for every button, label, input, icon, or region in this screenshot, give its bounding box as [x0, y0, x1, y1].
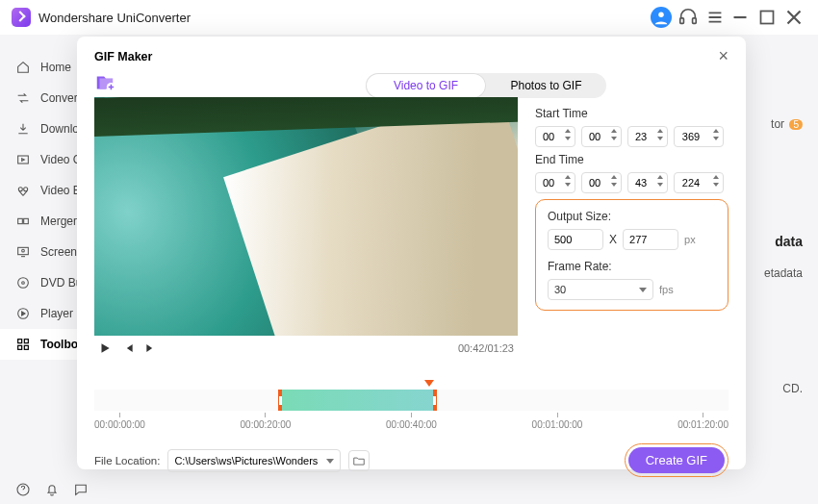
- output-size-label: Output Size:: [548, 210, 716, 223]
- svg-rect-3: [761, 12, 774, 24]
- bell-icon[interactable]: [44, 482, 60, 497]
- start-ms[interactable]: [674, 126, 724, 147]
- nav-dvd[interactable]: DVD Burner: [0, 267, 77, 298]
- tick-label: 00:00:20:00: [241, 413, 292, 430]
- nav-downloader[interactable]: Downloader: [0, 113, 77, 144]
- start-time-label: Start Time: [535, 107, 729, 120]
- svg-point-12: [22, 282, 25, 285]
- nav-compressor[interactable]: Video Compressor: [0, 144, 77, 175]
- svg-rect-4: [18, 156, 29, 164]
- play-icon[interactable]: [98, 341, 112, 355]
- account-avatar[interactable]: [651, 7, 672, 28]
- svg-point-5: [18, 188, 22, 191]
- svg-rect-16: [18, 345, 22, 349]
- video-preview[interactable]: [94, 97, 518, 336]
- tick-label: 00:01:00:00: [532, 413, 583, 430]
- svg-rect-15: [24, 340, 28, 343]
- timeline-ticks: 00:00:00:0000:00:20:0000:00:40:0000:01:0…: [94, 413, 729, 430]
- nav-label: Merger: [40, 214, 77, 228]
- prev-frame-icon[interactable]: [121, 341, 135, 355]
- timeline[interactable]: 00:00:00:0000:00:20:0000:00:40:0000:01:0…: [94, 382, 729, 430]
- svg-rect-1: [680, 18, 684, 23]
- svg-rect-14: [18, 340, 22, 343]
- playback-time: 00:42/01:23: [458, 342, 514, 354]
- end-time-label: End Time: [535, 153, 729, 166]
- svg-point-0: [658, 13, 664, 18]
- sidebar: Home Converter Downloader Video Compress…: [0, 35, 77, 475]
- nav-label: Video Editor: [40, 184, 77, 197]
- create-gif-button[interactable]: Create GIF: [628, 447, 725, 473]
- tab-video-to-gif[interactable]: Video to GIF: [366, 73, 486, 98]
- timeline-playhead[interactable]: [424, 380, 434, 387]
- close-icon[interactable]: ×: [718, 46, 729, 66]
- nav-label: DVD Burner: [40, 276, 77, 290]
- file-location-select[interactable]: C:\Users\ws\Pictures\Wonders: [167, 449, 341, 472]
- feedback-icon[interactable]: [73, 482, 89, 497]
- nav-converter[interactable]: Converter: [0, 83, 77, 113]
- file-location-label: File Location:: [94, 455, 160, 466]
- nav-player[interactable]: Player: [0, 298, 77, 329]
- modal-title: GIF Maker: [94, 50, 152, 63]
- svg-rect-2: [693, 18, 697, 23]
- output-width[interactable]: [548, 229, 603, 250]
- timeline-range[interactable]: [278, 390, 437, 411]
- nav-label: Toolbox: [40, 338, 77, 351]
- start-minutes[interactable]: [581, 126, 622, 147]
- hamburger-icon[interactable]: [704, 7, 726, 28]
- help-icon[interactable]: [15, 482, 31, 497]
- headset-icon[interactable]: [677, 7, 699, 28]
- end-minutes[interactable]: [581, 172, 622, 193]
- x-separator: X: [609, 233, 617, 246]
- svg-rect-17: [24, 345, 28, 349]
- px-unit: px: [684, 234, 696, 245]
- svg-rect-9: [18, 247, 29, 254]
- nav-label: Screen Recorder: [40, 245, 77, 259]
- next-frame-icon[interactable]: [144, 341, 158, 355]
- frame-rate-label: Frame Rate:: [548, 260, 716, 273]
- frame-rate-select[interactable]: 30: [548, 279, 653, 300]
- window-maximize[interactable]: [754, 5, 780, 30]
- mode-tabs: Video to GIF Photos to GIF: [366, 73, 606, 98]
- start-hours[interactable]: [535, 126, 575, 147]
- nav-home[interactable]: Home: [0, 52, 77, 83]
- end-hours[interactable]: [535, 172, 575, 193]
- app-title: Wondershare UniConverter: [38, 11, 191, 25]
- app-logo: [12, 8, 31, 27]
- nav-label: Downloader: [40, 122, 77, 136]
- nav-label: Converter: [40, 91, 77, 105]
- start-seconds[interactable]: [627, 126, 668, 147]
- nav-label: Player: [40, 307, 73, 320]
- end-seconds[interactable]: [627, 172, 668, 193]
- svg-point-10: [22, 249, 25, 252]
- svg-rect-7: [18, 218, 23, 223]
- window-minimize[interactable]: [728, 5, 753, 30]
- svg-point-6: [24, 188, 28, 191]
- end-ms[interactable]: [674, 172, 724, 193]
- nav-label: Video Compressor: [40, 153, 77, 166]
- gif-maker-modal: GIF Maker × Video to GIF Photos to GIF 0…: [77, 37, 746, 469]
- tab-photos-to-gif[interactable]: Photos to GIF: [486, 73, 606, 98]
- window-close[interactable]: [781, 5, 806, 30]
- fps-unit: fps: [659, 284, 674, 295]
- open-folder-button[interactable]: [348, 450, 370, 471]
- nav-label: Home: [40, 61, 71, 74]
- tick-label: 00:01:20:00: [677, 413, 729, 430]
- nav-toolbox[interactable]: Toolbox: [0, 329, 77, 360]
- output-panel: Output Size: X px Frame Rate: 30 fps: [535, 199, 729, 311]
- tick-label: 00:00:40:00: [386, 413, 437, 430]
- nav-editor[interactable]: Video Editor: [0, 175, 77, 206]
- tick-label: 00:00:00:00: [94, 413, 145, 430]
- svg-point-11: [18, 278, 29, 289]
- add-file-button[interactable]: [94, 72, 115, 93]
- nav-merger[interactable]: Merger: [0, 206, 77, 237]
- background-text: tor 5 data etadata CD.: [764, 110, 803, 403]
- svg-rect-8: [24, 218, 29, 223]
- nav-recorder[interactable]: Screen Recorder: [0, 237, 77, 267]
- output-height[interactable]: [623, 229, 678, 250]
